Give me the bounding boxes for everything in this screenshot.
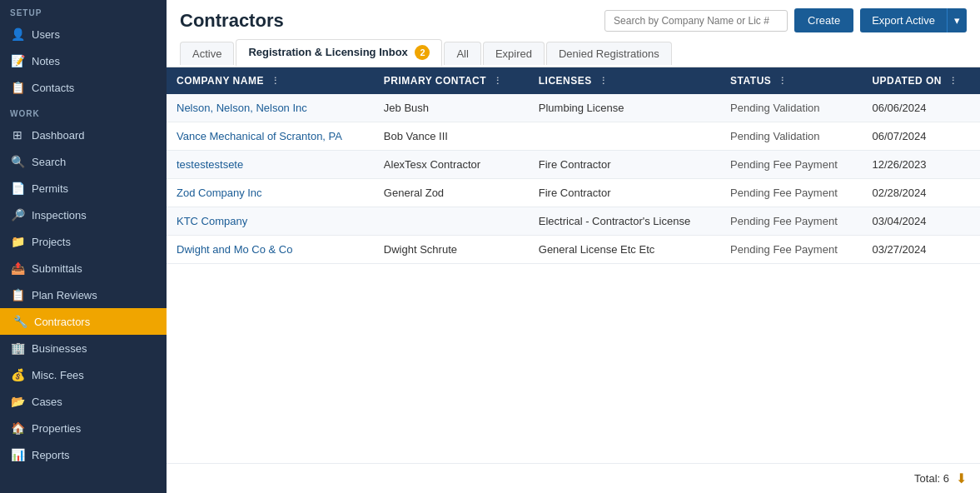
projects-icon: 📁 bbox=[10, 235, 25, 248]
sidebar-item-plan-reviews[interactable]: 📋 Plan Reviews bbox=[0, 281, 167, 308]
total-count: Total: 6 bbox=[914, 472, 949, 485]
sidebar-label-contacts: Contacts bbox=[32, 82, 74, 94]
cases-icon: 📂 bbox=[10, 395, 25, 408]
col-menu-licenses[interactable]: ⋮ bbox=[599, 76, 609, 87]
sidebar-item-businesses[interactable]: 🏢 Businesses bbox=[0, 335, 167, 361]
contacts-icon: 📋 bbox=[10, 81, 25, 94]
sidebar-item-users[interactable]: 👤 Users bbox=[0, 21, 167, 47]
table-row: Dwight and Mo Co & CoDwight SchruteGener… bbox=[167, 236, 980, 264]
col-status: STATUS ⋮ bbox=[720, 67, 862, 94]
export-dropdown-button[interactable]: ▾ bbox=[947, 8, 967, 32]
cell-primary-contact: General Zod bbox=[374, 179, 529, 207]
tab-reg-licensing[interactable]: Registration & Licensing Inbox 2 bbox=[236, 39, 442, 67]
col-menu-contact[interactable]: ⋮ bbox=[493, 76, 503, 87]
cell-status: Pending Fee Payment bbox=[720, 207, 862, 236]
col-licenses: LICENSES ⋮ bbox=[529, 67, 720, 94]
col-company-name: COMPANY NAME ⋮ bbox=[167, 67, 374, 94]
tab-expired[interactable]: Expired bbox=[483, 42, 545, 65]
users-icon: 👤 bbox=[10, 27, 25, 41]
sidebar-label-inspections: Inspections bbox=[32, 209, 87, 222]
cell-company-name: KTC Company bbox=[167, 207, 374, 236]
dashboard-icon: ⊞ bbox=[10, 128, 25, 142]
table-row: KTC CompanyElectrical - Contractor's Lic… bbox=[167, 207, 980, 236]
create-button[interactable]: Create bbox=[794, 8, 853, 32]
tab-denied[interactable]: Denied Registrations bbox=[546, 42, 672, 65]
company-name-link[interactable]: testestestsete bbox=[177, 158, 243, 171]
search-input[interactable] bbox=[604, 10, 788, 32]
sidebar-item-contacts[interactable]: 📋 Contacts bbox=[0, 74, 167, 101]
permits-icon: 📄 bbox=[10, 182, 25, 195]
sidebar-label-plan-reviews: Plan Reviews bbox=[32, 289, 97, 301]
export-active-button[interactable]: Export Active bbox=[860, 8, 947, 32]
properties-icon: 🏠 bbox=[10, 421, 25, 435]
sidebar-label-contractors: Contractors bbox=[34, 316, 90, 328]
reports-icon: 📊 bbox=[10, 448, 25, 461]
tab-reg-licensing-badge: 2 bbox=[415, 45, 430, 60]
sidebar-item-notes[interactable]: 📝 Notes bbox=[0, 47, 167, 74]
tab-active[interactable]: Active bbox=[180, 42, 234, 65]
company-name-link[interactable]: Vance Mechanical of Scranton, PA bbox=[177, 130, 342, 142]
cell-status: Pending Fee Payment bbox=[720, 236, 862, 264]
cell-licenses: General License Etc Etc bbox=[529, 236, 720, 264]
company-name-link[interactable]: Nelson, Nelson, Nelson Inc bbox=[177, 102, 307, 114]
tab-reg-licensing-label: Registration & Licensing Inbox bbox=[248, 46, 407, 58]
tab-denied-label: Denied Registrations bbox=[559, 47, 659, 60]
setup-section-label: SETUP bbox=[0, 0, 167, 21]
download-icon[interactable]: ⬇ bbox=[956, 471, 967, 486]
sidebar-label-submittals: Submittals bbox=[32, 262, 82, 275]
page-title: Contractors bbox=[180, 10, 284, 32]
col-menu-status[interactable]: ⋮ bbox=[778, 76, 788, 87]
company-name-link[interactable]: Zod Company Inc bbox=[177, 187, 262, 199]
cell-primary-contact: AlexTesx Contractor bbox=[374, 151, 529, 179]
sidebar-label-projects: Projects bbox=[32, 236, 71, 248]
sidebar-label-cases: Cases bbox=[32, 396, 62, 408]
sidebar-item-search[interactable]: 🔍 Search bbox=[0, 148, 167, 175]
cell-updated-on: 06/06/2024 bbox=[862, 94, 980, 122]
tab-all-label: All bbox=[456, 47, 468, 60]
sidebar-item-contractors[interactable]: 🔧 Contractors bbox=[0, 308, 167, 335]
sidebar-item-reports[interactable]: 📊 Reports bbox=[0, 441, 167, 468]
export-button-group: Export Active ▾ bbox=[860, 8, 967, 32]
table-footer: Total: 6 ⬇ bbox=[167, 463, 980, 493]
col-menu-updated[interactable]: ⋮ bbox=[948, 76, 958, 87]
sidebar-label-reports: Reports bbox=[32, 449, 70, 461]
sidebar-label-dashboard: Dashboard bbox=[32, 129, 85, 142]
notes-icon: 📝 bbox=[10, 54, 25, 67]
sidebar-item-projects[interactable]: 📁 Projects bbox=[0, 228, 167, 255]
sidebar-item-submittals[interactable]: 📤 Submittals bbox=[0, 255, 167, 281]
sidebar-label-users: Users bbox=[32, 28, 60, 41]
sidebar-item-cases[interactable]: 📂 Cases bbox=[0, 388, 167, 415]
cell-primary-contact bbox=[374, 207, 529, 236]
cell-updated-on: 02/28/2024 bbox=[862, 179, 980, 207]
cell-updated-on: 12/26/2023 bbox=[862, 151, 980, 179]
company-name-link[interactable]: KTC Company bbox=[177, 215, 247, 227]
businesses-icon: 🏢 bbox=[10, 341, 25, 355]
cell-licenses: Electrical - Contractor's License bbox=[529, 207, 720, 236]
company-name-link[interactable]: Dwight and Mo Co & Co bbox=[177, 243, 292, 256]
tabs-bar: Active Registration & Licensing Inbox 2 … bbox=[167, 32, 980, 67]
misc-fees-icon: 💰 bbox=[10, 368, 25, 381]
cell-status: Pending Fee Payment bbox=[720, 151, 862, 179]
tab-active-label: Active bbox=[192, 47, 221, 60]
search-icon: 🔍 bbox=[10, 155, 25, 168]
sidebar-item-dashboard[interactable]: ⊞ Dashboard bbox=[0, 122, 167, 148]
table-row: Nelson, Nelson, Nelson IncJeb BushPlumbi… bbox=[167, 94, 980, 122]
cell-licenses: Fire Contractor bbox=[529, 179, 720, 207]
sidebar-item-misc-fees[interactable]: 💰 Misc. Fees bbox=[0, 361, 167, 388]
col-updated-on: UPDATED ON ⋮ bbox=[862, 67, 980, 94]
cell-primary-contact: Jeb Bush bbox=[374, 94, 529, 122]
cell-status: Pending Fee Payment bbox=[720, 179, 862, 207]
sidebar-label-businesses: Businesses bbox=[32, 342, 87, 355]
sidebar-item-permits[interactable]: 📄 Permits bbox=[0, 175, 167, 202]
sidebar-item-properties[interactable]: 🏠 Properties bbox=[0, 415, 167, 441]
cell-company-name: testestestsete bbox=[167, 151, 374, 179]
cell-licenses: Plumbing License bbox=[529, 94, 720, 122]
cell-company-name: Zod Company Inc bbox=[167, 179, 374, 207]
table-row: Vance Mechanical of Scranton, PABob Vanc… bbox=[167, 122, 980, 151]
col-menu-company[interactable]: ⋮ bbox=[271, 76, 281, 87]
table-row: Zod Company IncGeneral ZodFire Contracto… bbox=[167, 179, 980, 207]
tab-all[interactable]: All bbox=[444, 42, 480, 65]
sidebar-item-inspections[interactable]: 🔎 Inspections bbox=[0, 202, 167, 228]
table-header-row: COMPANY NAME ⋮ PRIMARY CONTACT ⋮ LICENSE… bbox=[167, 67, 980, 94]
contractors-table-container: COMPANY NAME ⋮ PRIMARY CONTACT ⋮ LICENSE… bbox=[167, 67, 980, 463]
